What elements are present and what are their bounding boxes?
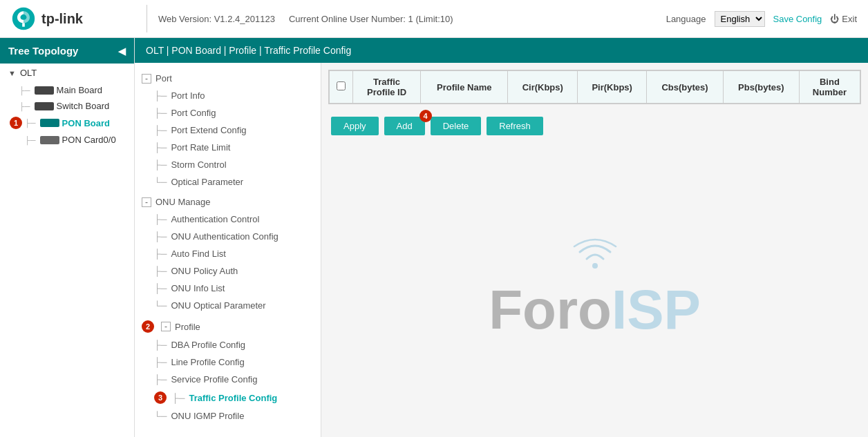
nav-item-dba-profile[interactable]: ├─ DBA Profile Config: [135, 336, 321, 353]
nav-item-onu-igmp[interactable]: └─ ONU IGMP Profile: [135, 407, 321, 425]
nav-onu-label: ONU Manage: [155, 197, 210, 207]
pon-board-icon: [40, 119, 59, 127]
badge-4: 4: [419, 110, 432, 122]
section-minus-onu: -: [142, 197, 151, 207]
right-panel: TrafficProfile ID Profile Name Cir(Kbps)…: [321, 63, 868, 437]
nav-item-onu-policy-auth[interactable]: ├─ ONU Policy Auth: [135, 262, 321, 280]
action-row: Apply 4 Add Delete Refresh: [328, 111, 861, 141]
traffic-profile-label: Traffic Profile Config: [189, 393, 277, 403]
exit-label: Exit: [842, 14, 857, 24]
tp-link-logo-icon: [11, 6, 36, 31]
col-traffic-profile-id: TrafficProfile ID: [353, 71, 421, 104]
nav-section-profile: 2 - Profile ├─ DBA Profile Config ├─ Lin…: [135, 317, 321, 425]
logo-area: tp-link: [11, 6, 135, 31]
pon-card-icon: [40, 136, 59, 144]
pon-board-label: PON Board: [62, 118, 110, 128]
col-checkbox: [330, 71, 353, 104]
nav-section-onu: - ONU Manage ├─ Authentication Control ├…: [135, 193, 321, 314]
nav-section-onu-header[interactable]: - ONU Manage: [135, 193, 321, 211]
nav-section-profile-header[interactable]: 2 - Profile: [135, 317, 321, 336]
sidebar-item-olt[interactable]: ▼ OLT: [0, 64, 134, 82]
nav-item-port-rate-limit[interactable]: ├─ Port Rate Limit: [135, 139, 321, 156]
olt-label: OLT: [20, 68, 37, 78]
col-pbs: Pbs(bytes): [723, 71, 799, 104]
select-all-checkbox[interactable]: [337, 81, 346, 90]
content-area: OLT | PON Board | Profile | Traffic Prof…: [135, 38, 868, 437]
nav-item-onu-info-list[interactable]: ├─ ONU Info List: [135, 280, 321, 297]
sidebar-item-pon-board[interactable]: 1 ├─ PON Board: [0, 114, 134, 132]
exit-button[interactable]: ⏻ Exit: [830, 14, 857, 24]
nav-item-optical-parameter[interactable]: └─ Optical Parameter: [135, 173, 321, 191]
svg-rect-1: [22, 23, 25, 26]
main-board-icon: [35, 86, 54, 95]
save-config-link[interactable]: Save Config: [773, 14, 822, 24]
pon-card-label: PON Card0/0: [62, 135, 116, 145]
svg-point-2: [592, 263, 598, 269]
nav-item-port-info[interactable]: ├─ Port Info: [135, 87, 321, 104]
sidebar-header: Tree Topology ◀: [0, 38, 134, 64]
add-button[interactable]: Add: [384, 117, 425, 135]
switch-board-label: Switch Board: [57, 101, 110, 111]
breadcrumb-text: OLT | PON Board | Profile | Traffic Prof…: [146, 45, 351, 56]
section-minus-port: -: [142, 74, 151, 84]
header-info: Web Version: V1.2.4_201123 Current Onlin…: [158, 14, 655, 24]
switch-board-icon: [35, 102, 54, 110]
sidebar-item-switch-board[interactable]: ├─ Switch Board: [0, 98, 134, 114]
tree-line-main: ├─: [19, 86, 30, 95]
badge-1: 1: [10, 117, 22, 129]
refresh-button[interactable]: Refresh: [487, 117, 543, 135]
nav-section-port-header[interactable]: - Port: [135, 70, 321, 87]
section-minus-profile: -: [161, 322, 171, 331]
wifi-icon: [567, 237, 623, 271]
nav-port-label: Port: [155, 73, 172, 84]
main-board-label: Main Board: [57, 85, 102, 95]
web-version: Web Version: V1.2.4_201123: [158, 14, 275, 24]
sidebar-collapse-button[interactable]: ◀: [118, 46, 126, 57]
tree-line-switch: ├─: [19, 102, 30, 110]
tree-line-pon: ├─: [25, 119, 36, 127]
nav-item-port-extend-config[interactable]: ├─ Port Extend Config: [135, 122, 321, 139]
online-users: Current Online User Number: 1 (Limit:10): [289, 14, 453, 24]
breadcrumb: OLT | PON Board | Profile | Traffic Prof…: [135, 38, 868, 63]
col-cir: Cir(Kbps): [508, 71, 578, 104]
header-divider: [147, 5, 147, 32]
i-letter: I: [612, 278, 627, 342]
nav-item-line-profile[interactable]: ├─ Line Profile Config: [135, 353, 321, 371]
foro-text: Foro: [489, 278, 612, 342]
nav-item-onu-auth-config[interactable]: ├─ ONU Authentication Config: [135, 228, 321, 245]
nav-profile-label: Profile: [175, 322, 200, 332]
nav-item-onu-optical-param[interactable]: └─ ONU Optical Parameter: [135, 297, 321, 314]
nav-section-port: - Port ├─ Port Info ├─ Port Config ├─ Po…: [135, 70, 321, 191]
tree-line-card: ├─: [25, 136, 36, 144]
nav-item-port-config[interactable]: ├─ Port Config: [135, 104, 321, 122]
logo-text: tp-link: [41, 11, 83, 27]
watermark-area: ForoISP: [328, 148, 861, 430]
header: tp-link Web Version: V1.2.4_201123 Curre…: [0, 0, 868, 38]
expand-icon: ▼: [8, 69, 16, 77]
sidebar-item-pon-card[interactable]: ├─ PON Card0/0: [0, 132, 134, 148]
foro-isp-watermark: ForoISP: [489, 237, 701, 342]
sidebar: Tree Topology ◀ ▼ OLT ├─ Main Board ├─ S…: [0, 38, 135, 437]
foro-isp-text: ForoISP: [489, 278, 701, 342]
sidebar-item-main-board[interactable]: ├─ Main Board: [0, 82, 134, 98]
sidebar-title: Tree Topology: [8, 45, 78, 57]
header-right: Language English Save Config ⏻ Exit: [666, 11, 857, 27]
traffic-profile-table: TrafficProfile ID Profile Name Cir(Kbps)…: [329, 70, 860, 104]
nav-item-traffic-profile[interactable]: 3 ├─ Traffic Profile Config: [135, 388, 321, 407]
nav-item-auto-find-list[interactable]: ├─ Auto Find List: [135, 245, 321, 262]
sp-text: SP: [627, 278, 701, 342]
main-layout: Tree Topology ◀ ▼ OLT ├─ Main Board ├─ S…: [0, 38, 868, 437]
badge-2: 2: [142, 320, 154, 333]
nav-item-service-profile[interactable]: ├─ Service Profile Config: [135, 371, 321, 388]
nav-item-auth-control[interactable]: ├─ Authentication Control: [135, 211, 321, 228]
table-container: TrafficProfile ID Profile Name Cir(Kbps)…: [328, 70, 861, 104]
power-icon: ⏻: [830, 14, 839, 24]
col-pir: Pir(Kbps): [578, 71, 647, 104]
col-cbs: Cbs(bytes): [647, 71, 724, 104]
delete-button[interactable]: Delete: [431, 117, 482, 135]
col-profile-name: Profile Name: [421, 71, 508, 104]
badge-3: 3: [154, 391, 167, 404]
nav-item-storm-control[interactable]: ├─ Storm Control: [135, 156, 321, 173]
language-select[interactable]: English: [715, 11, 765, 27]
apply-button[interactable]: Apply: [331, 117, 379, 135]
